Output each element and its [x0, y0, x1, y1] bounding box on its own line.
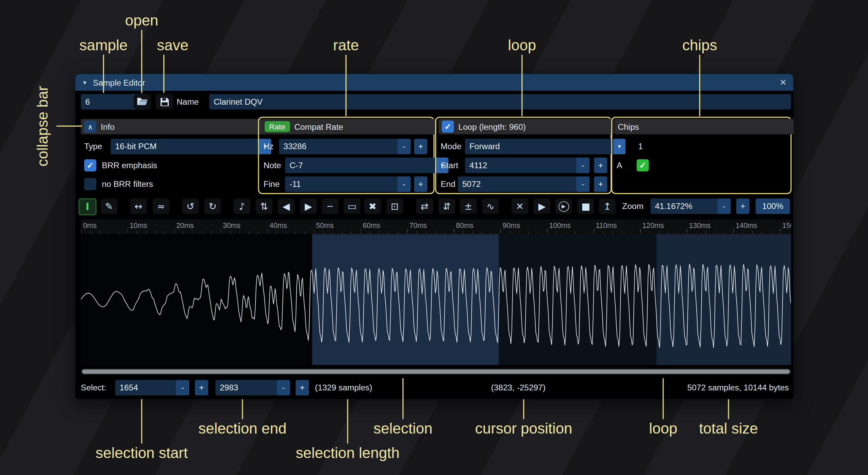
- normalize-button[interactable]: ⇅: [256, 198, 272, 214]
- upload-icon: ↥: [603, 201, 611, 212]
- annotation-selection-start: selection start: [86, 445, 197, 462]
- waveform-view[interactable]: [81, 234, 791, 365]
- rate-header-label: Compat Rate: [294, 122, 343, 131]
- selection-end-minus-button[interactable]: -: [277, 380, 290, 395]
- fade-out-icon: ▶: [305, 201, 312, 212]
- fade-out-button[interactable]: ▶: [300, 198, 317, 214]
- loop-start-plus-button[interactable]: +: [594, 158, 607, 173]
- sign-invert-button[interactable]: ±: [460, 198, 477, 214]
- selection-end-input[interactable]: 2983: [215, 380, 280, 395]
- selection-start-plus-button[interactable]: +: [195, 380, 208, 395]
- resize-button[interactable]: ↔: [130, 198, 147, 214]
- timeline-label: 140ms: [736, 221, 757, 229]
- chevron-up-icon: ∧: [88, 123, 93, 131]
- annotation-line-save: [163, 55, 164, 93]
- chevron-down-icon[interactable]: ▼: [613, 139, 625, 155]
- fine-plus-button[interactable]: +: [414, 176, 427, 192]
- selection-end-plus-button[interactable]: +: [296, 380, 309, 395]
- loop-start-input[interactable]: 4112: [465, 158, 582, 173]
- timeline-label: 20ms: [176, 221, 194, 229]
- reverse-icon: ⇄: [421, 201, 429, 212]
- sample-type-combo[interactable]: 16-bit PCM ▼: [111, 139, 271, 155]
- zoom-input[interactable]: 41.1672%: [650, 198, 722, 214]
- fine-label: Fine: [264, 176, 280, 192]
- reverse-button[interactable]: ⇄: [416, 198, 433, 214]
- loop-enable-checkbox[interactable]: ✓: [442, 121, 454, 133]
- scrollbar-thumb[interactable]: [82, 369, 790, 374]
- open-button[interactable]: [133, 94, 151, 110]
- delete-icon: ✖: [369, 201, 377, 212]
- chips-section-header: Chips: [615, 119, 794, 135]
- create-instrument-button[interactable]: ↥: [599, 198, 616, 214]
- loop-end-minus-button[interactable]: -: [576, 176, 589, 192]
- close-icon[interactable]: ✕: [780, 77, 786, 87]
- selection-length-text: (1329 samples): [315, 380, 372, 395]
- amplify-button[interactable]: ♪: [234, 198, 250, 214]
- window-titlebar[interactable]: ▼ Sample Editor ✕: [75, 74, 793, 91]
- no-brr-filters-checkbox[interactable]: ✓: [84, 178, 96, 190]
- note-combo[interactable]: C-7 ▼: [285, 158, 448, 173]
- hz-input[interactable]: 33286: [279, 139, 404, 155]
- crossfade-loop-button[interactable]: ✕: [512, 198, 528, 214]
- loop-end-plus-button[interactable]: +: [594, 176, 607, 192]
- rate-badge-button[interactable]: Rate: [265, 121, 290, 132]
- fine-input[interactable]: -11: [285, 176, 404, 192]
- waveform-scrollbar[interactable]: [81, 368, 791, 375]
- check-icon: ✓: [639, 160, 646, 170]
- note-value: C-7: [289, 160, 303, 170]
- redo-icon: ↻: [208, 201, 216, 212]
- sample-editor-window: ▼ Sample Editor ✕ 6 ▼ Name Clarinet DQV: [75, 73, 794, 400]
- annotation-line-selection: [402, 378, 403, 419]
- name-input[interactable]: Clarinet DQV: [209, 94, 791, 110]
- redo-button[interactable]: ↻: [204, 198, 221, 214]
- stop-preview-button[interactable]: ■: [578, 198, 594, 214]
- chip-row-label: A: [617, 158, 622, 173]
- insert-silence-button[interactable]: ╌: [322, 198, 338, 214]
- window-collapse-icon[interactable]: ▼: [82, 80, 87, 86]
- collapse-section-button[interactable]: ∧: [84, 121, 96, 133]
- preview-loop-button[interactable]: ▶: [555, 198, 572, 214]
- waveform-svg: [81, 234, 791, 365]
- annotation-line-sample: [103, 55, 104, 93]
- annotation-line-cursor-position: [523, 399, 524, 419]
- edit-mode-select-button[interactable]: I: [79, 198, 96, 215]
- apply-silence-button[interactable]: ▭: [344, 198, 361, 214]
- sample-number-value: 6: [85, 97, 90, 106]
- timeline-label: 40ms: [269, 221, 287, 229]
- loop-mode-combo[interactable]: Forward ▼: [465, 139, 625, 155]
- zoom-reset-button[interactable]: 100%: [756, 198, 790, 214]
- resample-button[interactable]: ≈: [153, 198, 169, 214]
- delete-button[interactable]: ✖: [364, 198, 381, 214]
- preview-button[interactable]: ▶: [534, 198, 550, 214]
- timeline-label: 0ms: [83, 221, 97, 229]
- pencil-icon: ✎: [105, 201, 113, 212]
- loop-start-minus-button[interactable]: -: [576, 158, 589, 173]
- crossfade-icon: ✕: [516, 201, 524, 212]
- timeline-label: 80ms: [456, 221, 473, 229]
- loop-end-input[interactable]: 5072: [458, 176, 582, 192]
- zoom-in-button[interactable]: +: [736, 198, 750, 214]
- chip-enable-checkbox[interactable]: ✓: [637, 159, 649, 172]
- brr-emphasis-checkbox[interactable]: ✓: [84, 159, 96, 172]
- loop-header-label: Loop (length: 960): [458, 122, 526, 131]
- hz-plus-button[interactable]: +: [414, 139, 427, 155]
- apply-filter-button[interactable]: ∿: [482, 198, 499, 214]
- zoom-out-button[interactable]: -: [717, 198, 731, 214]
- loop-end-label: End: [441, 176, 455, 192]
- selection-start-input[interactable]: 1654: [115, 380, 180, 395]
- info-section-header[interactable]: ∧ Info: [81, 119, 263, 135]
- note-label: Note: [264, 158, 281, 173]
- invert-button[interactable]: ⇵: [438, 198, 455, 214]
- info-header-label: Info: [101, 122, 115, 131]
- edit-mode-draw-button[interactable]: ✎: [101, 198, 117, 214]
- save-button[interactable]: [155, 94, 173, 110]
- fade-in-button[interactable]: ◀: [278, 198, 295, 214]
- resize-icon: ↔: [134, 201, 142, 212]
- timeline-label: 30ms: [223, 221, 240, 229]
- loop-section-header: ✓ Loop (length: 960): [438, 119, 614, 135]
- trim-button[interactable]: ⊡: [386, 198, 403, 214]
- hz-minus-button[interactable]: -: [398, 139, 411, 155]
- fine-minus-button[interactable]: -: [398, 176, 411, 192]
- selection-start-minus-button[interactable]: -: [176, 380, 189, 395]
- undo-button[interactable]: ↺: [182, 198, 199, 214]
